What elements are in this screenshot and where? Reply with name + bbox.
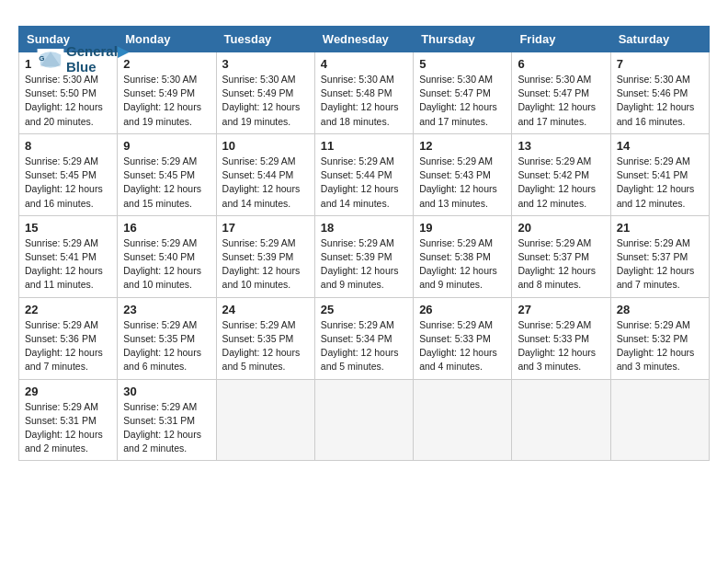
day-number: 4 (321, 57, 407, 71)
day-info: Sunrise: 5:29 AMSunset: 5:32 PMDaylight:… (617, 318, 703, 374)
day-info: Sunrise: 5:29 AMSunset: 5:41 PMDaylight:… (617, 155, 703, 211)
day-info: Sunrise: 5:29 AMSunset: 5:43 PMDaylight:… (419, 155, 506, 211)
day-info: Sunrise: 5:30 AMSunset: 5:46 PMDaylight:… (617, 73, 703, 129)
week-row-3: 15Sunrise: 5:29 AMSunset: 5:41 PMDayligh… (19, 215, 710, 297)
col-tuesday: Tuesday (216, 27, 314, 52)
day-info: Sunrise: 5:29 AMSunset: 5:44 PMDaylight:… (222, 155, 309, 211)
col-wednesday: Wednesday (314, 27, 413, 52)
col-thursday: Thursday (414, 27, 512, 52)
day-number: 15 (25, 221, 111, 235)
day-number: 7 (617, 57, 703, 71)
day-cell: 27Sunrise: 5:29 AMSunset: 5:33 PMDayligh… (512, 297, 610, 379)
day-cell: 9Sunrise: 5:29 AMSunset: 5:45 PMDaylight… (118, 133, 216, 215)
day-number: 8 (25, 139, 111, 153)
day-cell: 14Sunrise: 5:29 AMSunset: 5:41 PMDayligh… (610, 133, 709, 215)
week-row-2: 8Sunrise: 5:29 AMSunset: 5:45 PMDaylight… (19, 133, 710, 215)
day-cell: 8Sunrise: 5:29 AMSunset: 5:45 PMDaylight… (19, 133, 118, 215)
week-row-4: 22Sunrise: 5:29 AMSunset: 5:36 PMDayligh… (19, 297, 710, 379)
day-number: 5 (419, 57, 506, 71)
day-cell: 12Sunrise: 5:29 AMSunset: 5:43 PMDayligh… (414, 133, 512, 215)
day-info: Sunrise: 5:29 AMSunset: 5:33 PMDaylight:… (518, 318, 604, 374)
calendar-table: Sunday Monday Tuesday Wednesday Thursday… (18, 26, 710, 461)
day-cell: 13Sunrise: 5:29 AMSunset: 5:42 PMDayligh… (512, 133, 610, 215)
svg-text:G: G (39, 53, 44, 62)
day-cell (314, 379, 413, 461)
day-cell: 10Sunrise: 5:29 AMSunset: 5:44 PMDayligh… (216, 133, 314, 215)
day-number: 11 (321, 139, 407, 153)
day-info: Sunrise: 5:29 AMSunset: 5:37 PMDaylight:… (617, 236, 703, 293)
day-cell (610, 379, 709, 461)
day-info: Sunrise: 5:29 AMSunset: 5:37 PMDaylight:… (518, 236, 604, 293)
day-info: Sunrise: 5:29 AMSunset: 5:31 PMDaylight:… (25, 400, 111, 456)
day-cell: 18Sunrise: 5:29 AMSunset: 5:39 PMDayligh… (314, 215, 413, 297)
day-info: Sunrise: 5:29 AMSunset: 5:39 PMDaylight:… (222, 236, 309, 293)
day-number: 18 (321, 221, 407, 235)
day-cell: 28Sunrise: 5:29 AMSunset: 5:32 PMDayligh… (610, 297, 709, 379)
day-cell: 7Sunrise: 5:30 AMSunset: 5:46 PMDaylight… (610, 52, 709, 134)
day-number: 29 (25, 385, 111, 398)
day-info: Sunrise: 5:30 AMSunset: 5:47 PMDaylight:… (518, 73, 604, 129)
day-cell: 22Sunrise: 5:29 AMSunset: 5:36 PMDayligh… (19, 297, 118, 379)
day-cell (414, 379, 512, 461)
day-cell: 3Sunrise: 5:30 AMSunset: 5:49 PMDaylight… (216, 52, 314, 134)
day-number: 24 (222, 303, 309, 316)
day-cell: 20Sunrise: 5:29 AMSunset: 5:37 PMDayligh… (512, 215, 610, 297)
col-friday: Friday (512, 27, 610, 52)
day-info: Sunrise: 5:30 AMSunset: 5:49 PMDaylight:… (222, 73, 309, 129)
day-number: 27 (518, 303, 604, 316)
day-info: Sunrise: 5:30 AMSunset: 5:49 PMDaylight:… (123, 73, 210, 129)
day-info: Sunrise: 5:29 AMSunset: 5:31 PMDaylight:… (123, 400, 210, 456)
day-cell: 11Sunrise: 5:29 AMSunset: 5:44 PMDayligh… (314, 133, 413, 215)
day-number: 12 (419, 139, 506, 153)
day-cell: 5Sunrise: 5:30 AMSunset: 5:47 PMDaylight… (414, 52, 512, 134)
day-info: Sunrise: 5:29 AMSunset: 5:45 PMDaylight:… (25, 155, 111, 211)
day-cell: 16Sunrise: 5:29 AMSunset: 5:40 PMDayligh… (118, 215, 216, 297)
day-cell: 29Sunrise: 5:29 AMSunset: 5:31 PMDayligh… (19, 379, 118, 461)
day-cell: 4Sunrise: 5:30 AMSunset: 5:48 PMDaylight… (314, 52, 413, 134)
week-row-5: 29Sunrise: 5:29 AMSunset: 5:31 PMDayligh… (19, 379, 710, 461)
day-number: 6 (518, 57, 604, 71)
day-cell: 15Sunrise: 5:29 AMSunset: 5:41 PMDayligh… (19, 215, 118, 297)
col-saturday: Saturday (610, 27, 709, 52)
day-cell (512, 379, 610, 461)
day-cell: 24Sunrise: 5:29 AMSunset: 5:35 PMDayligh… (216, 297, 314, 379)
day-cell: 6Sunrise: 5:30 AMSunset: 5:47 PMDaylight… (512, 52, 610, 134)
day-cell: 2Sunrise: 5:30 AMSunset: 5:49 PMDaylight… (118, 52, 216, 134)
day-number: 19 (419, 221, 506, 235)
day-info: Sunrise: 5:30 AMSunset: 5:50 PMDaylight:… (25, 73, 111, 129)
day-info: Sunrise: 5:29 AMSunset: 5:36 PMDaylight:… (25, 318, 111, 374)
day-cell: 23Sunrise: 5:29 AMSunset: 5:35 PMDayligh… (118, 297, 216, 379)
day-info: Sunrise: 5:29 AMSunset: 5:38 PMDaylight:… (419, 236, 506, 293)
day-info: Sunrise: 5:29 AMSunset: 5:45 PMDaylight:… (123, 155, 210, 211)
day-number: 25 (321, 303, 407, 316)
day-cell: 25Sunrise: 5:29 AMSunset: 5:34 PMDayligh… (314, 297, 413, 379)
day-number: 26 (419, 303, 506, 316)
day-number: 23 (123, 303, 210, 316)
col-monday: Monday (118, 27, 216, 52)
day-number: 13 (518, 139, 604, 153)
day-number: 3 (222, 57, 309, 71)
day-number: 17 (222, 221, 309, 235)
day-cell: 17Sunrise: 5:29 AMSunset: 5:39 PMDayligh… (216, 215, 314, 297)
day-number: 10 (222, 139, 309, 153)
day-info: Sunrise: 5:29 AMSunset: 5:44 PMDaylight:… (321, 155, 407, 211)
day-info: Sunrise: 5:29 AMSunset: 5:35 PMDaylight:… (123, 318, 210, 374)
day-number: 20 (518, 221, 604, 235)
day-cell: 26Sunrise: 5:29 AMSunset: 5:33 PMDayligh… (414, 297, 512, 379)
day-info: Sunrise: 5:29 AMSunset: 5:42 PMDaylight:… (518, 155, 604, 211)
day-cell: 19Sunrise: 5:29 AMSunset: 5:38 PMDayligh… (414, 215, 512, 297)
day-info: Sunrise: 5:30 AMSunset: 5:48 PMDaylight:… (321, 73, 407, 129)
day-number: 16 (123, 221, 210, 235)
day-number: 30 (123, 385, 210, 398)
day-info: Sunrise: 5:29 AMSunset: 5:40 PMDaylight:… (123, 236, 210, 293)
day-number: 21 (617, 221, 703, 235)
day-info: Sunrise: 5:29 AMSunset: 5:34 PMDaylight:… (321, 318, 407, 374)
day-info: Sunrise: 5:29 AMSunset: 5:39 PMDaylight:… (321, 236, 407, 293)
day-number: 9 (123, 139, 210, 153)
day-info: Sunrise: 5:30 AMSunset: 5:47 PMDaylight:… (419, 73, 506, 129)
day-info: Sunrise: 5:29 AMSunset: 5:33 PMDaylight:… (419, 318, 506, 374)
day-cell (216, 379, 314, 461)
day-number: 22 (25, 303, 111, 316)
day-cell: 21Sunrise: 5:29 AMSunset: 5:37 PMDayligh… (610, 215, 709, 297)
day-number: 2 (123, 57, 210, 71)
